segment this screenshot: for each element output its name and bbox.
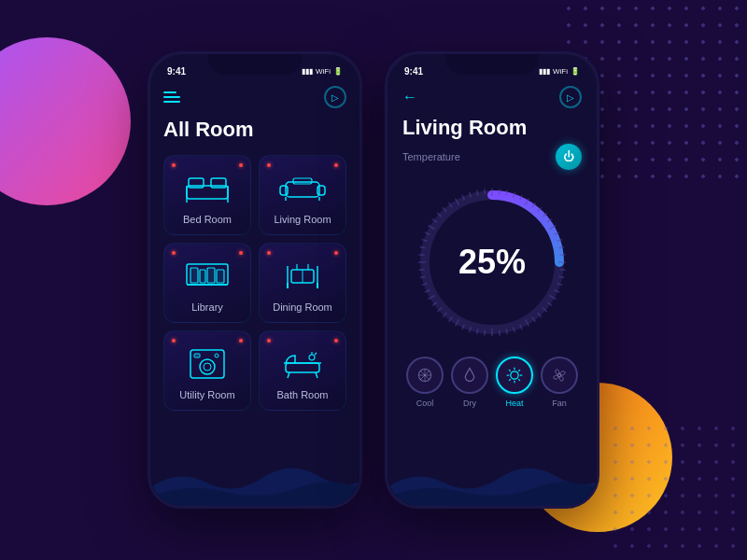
svg-line-93 — [437, 308, 441, 312]
svg-line-97 — [422, 284, 428, 286]
svg-line-92 — [443, 313, 446, 316]
svg-line-83 — [506, 329, 507, 334]
svg-line-54 — [485, 189, 486, 194]
svg-point-110 — [557, 373, 560, 376]
svg-line-99 — [418, 270, 424, 271]
svg-line-44 — [425, 232, 430, 234]
control-dry[interactable]: Dry — [451, 357, 488, 408]
svg-line-79 — [532, 317, 536, 322]
svg-line-90 — [456, 319, 459, 326]
dry-label: Dry — [463, 399, 476, 408]
control-heat[interactable]: Heat — [496, 357, 533, 408]
phone-notch-2 — [445, 54, 539, 75]
svg-line-50 — [456, 199, 459, 205]
svg-line-41 — [418, 255, 424, 256]
room-card-bedroom[interactable]: Bed Room — [163, 155, 251, 235]
menu-icon[interactable] — [163, 91, 180, 103]
fan-label: Fan — [552, 399, 567, 408]
svg-rect-15 — [190, 268, 198, 283]
room-card-bathroom[interactable]: Bath Room — [259, 330, 346, 411]
gauge-center: 25% — [458, 243, 526, 282]
location-icon-2[interactable]: ▷ — [559, 86, 582, 108]
phone-screen-1: 9:41 ▮▮▮ WiFi 🔋 ▷ All Room — [150, 54, 359, 506]
room-grid: Bed Room — [163, 155, 346, 411]
svg-line-53 — [477, 190, 478, 196]
sofa-icon — [278, 169, 327, 204]
room-card-livingroom[interactable]: Living Room — [259, 155, 346, 235]
svg-line-84 — [500, 330, 500, 336]
svg-point-31 — [215, 354, 218, 357]
back-button[interactable]: ← — [402, 89, 417, 105]
svg-line-57 — [506, 190, 507, 196]
svg-rect-17 — [207, 268, 215, 283]
svg-line-107 — [518, 379, 520, 381]
svg-line-87 — [477, 329, 478, 334]
diningroom-label: Dining Room — [273, 301, 332, 313]
svg-rect-32 — [286, 363, 319, 372]
svg-line-88 — [470, 327, 472, 332]
temp-label: Temperature — [402, 151, 460, 162]
svg-line-98 — [420, 276, 426, 277]
control-fan[interactable]: Fan — [541, 357, 578, 408]
svg-line-96 — [425, 290, 430, 292]
svg-line-74 — [555, 290, 559, 292]
svg-rect-30 — [194, 354, 200, 357]
svg-point-28 — [200, 359, 215, 374]
books-icon — [183, 257, 232, 292]
temperature-row: Temperature ⏻ — [402, 144, 582, 170]
cool-label: Cool — [416, 399, 434, 408]
svg-line-76 — [547, 302, 552, 306]
utilityroom-label: Utility Room — [179, 389, 234, 400]
washer-icon — [183, 344, 232, 380]
library-label: Library — [191, 301, 223, 313]
cool-icon — [406, 357, 444, 394]
svg-line-108 — [518, 370, 520, 371]
svg-line-37 — [315, 353, 317, 355]
status-time-1: 9:41 — [167, 66, 186, 77]
svg-line-58 — [514, 192, 515, 198]
svg-line-109 — [509, 379, 511, 381]
svg-line-51 — [462, 195, 464, 200]
phone-all-room: 9:41 ▮▮▮ WiFi 🔋 ▷ All Room — [148, 51, 362, 509]
svg-line-89 — [462, 325, 464, 329]
svg-line-66 — [555, 232, 559, 234]
livingroom-label: Living Room — [274, 214, 331, 225]
page-title-2: Living Room — [402, 116, 582, 140]
room-card-utilityroom[interactable]: Utility Room — [163, 330, 251, 411]
svg-line-71 — [560, 270, 566, 271]
phone1-header: ▷ — [163, 80, 346, 118]
svg-line-49 — [449, 203, 453, 207]
bg-dots-bottom — [607, 420, 747, 560]
room-card-library[interactable]: Library — [163, 243, 251, 323]
svg-rect-16 — [200, 270, 205, 283]
svg-line-69 — [560, 255, 566, 256]
svg-line-68 — [558, 247, 564, 248]
svg-line-81 — [520, 325, 522, 329]
heat-icon — [496, 357, 533, 394]
svg-point-29 — [204, 363, 211, 371]
phones-container: 9:41 ▮▮▮ WiFi 🔋 ▷ All Room — [148, 51, 599, 509]
wave-1 — [150, 450, 359, 506]
bedroom-label: Bed Room — [183, 214, 232, 225]
svg-rect-12 — [293, 178, 312, 184]
status-icons-1: ▮▮▮ WiFi 🔋 — [302, 67, 343, 76]
room-card-diningroom[interactable]: Dining Room — [259, 243, 346, 323]
phone-notch-1 — [208, 54, 302, 75]
svg-line-61 — [532, 203, 536, 207]
status-icons-2: ▮▮▮ WiFi 🔋 — [539, 67, 580, 76]
phone2-content: ← ▷ Living Room Temperature ⏻ — [388, 80, 597, 506]
page-title-1: All Room — [163, 118, 346, 142]
status-time-2: 9:41 — [404, 66, 423, 77]
svg-line-62 — [538, 207, 542, 211]
svg-line-65 — [549, 226, 556, 230]
bed-icon — [183, 169, 232, 204]
svg-line-94 — [432, 302, 437, 306]
svg-line-48 — [443, 207, 446, 211]
location-icon-1[interactable]: ▷ — [324, 86, 346, 108]
svg-line-33 — [288, 372, 289, 378]
fan-icon — [541, 357, 578, 394]
svg-line-63 — [543, 213, 546, 217]
svg-line-59 — [520, 195, 522, 200]
control-cool[interactable]: Cool — [406, 357, 444, 408]
power-button[interactable]: ⏻ — [556, 144, 582, 170]
